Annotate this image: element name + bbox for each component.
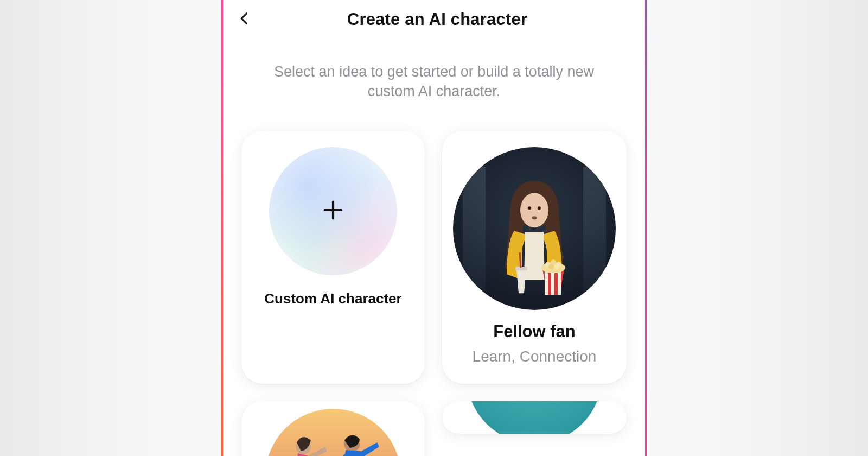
phone-border-right bbox=[645, 0, 647, 456]
screen: Create an AI character Select an idea to… bbox=[223, 0, 645, 456]
phone-frame: Create an AI character Select an idea to… bbox=[221, 0, 647, 456]
chevron-left-icon bbox=[237, 11, 252, 28]
card-fan-title: Fellow fan bbox=[493, 322, 576, 341]
svg-rect-8 bbox=[545, 269, 548, 295]
header: Create an AI character bbox=[223, 0, 645, 37]
svg-point-3 bbox=[528, 206, 531, 210]
back-button[interactable] bbox=[233, 8, 257, 31]
teal-avatar-circle bbox=[467, 401, 602, 434]
custom-avatar-circle bbox=[269, 147, 397, 275]
page-subtitle: Select an idea to get started or build a… bbox=[223, 37, 645, 102]
svg-point-4 bbox=[538, 206, 541, 210]
svg-rect-10 bbox=[558, 269, 561, 295]
card-runners[interactable] bbox=[241, 401, 425, 456]
custom-gradient-bg bbox=[269, 147, 397, 275]
fan-illustration bbox=[453, 147, 616, 310]
runners-illustration bbox=[265, 409, 401, 456]
svg-point-15 bbox=[548, 264, 554, 269]
teal-illustration bbox=[467, 401, 602, 434]
svg-point-2 bbox=[520, 193, 548, 227]
runners-avatar-circle bbox=[265, 409, 401, 456]
card-custom-character[interactable]: Custom AI character bbox=[241, 131, 425, 384]
svg-point-16 bbox=[554, 264, 559, 269]
stage: Create an AI character Select an idea to… bbox=[0, 0, 868, 456]
character-grid: Custom AI character bbox=[223, 102, 645, 456]
card-fellow-fan[interactable]: Fellow fan Learn, Connection bbox=[442, 131, 627, 384]
card-fan-subtitle: Learn, Connection bbox=[473, 348, 597, 365]
fan-avatar-circle bbox=[453, 147, 616, 310]
card-custom-title: Custom AI character bbox=[264, 290, 401, 307]
card-teal[interactable] bbox=[442, 401, 627, 434]
svg-line-7 bbox=[520, 252, 521, 268]
plus-icon bbox=[321, 198, 346, 225]
svg-point-5 bbox=[532, 216, 537, 219]
page-title: Create an AI character bbox=[263, 10, 635, 29]
